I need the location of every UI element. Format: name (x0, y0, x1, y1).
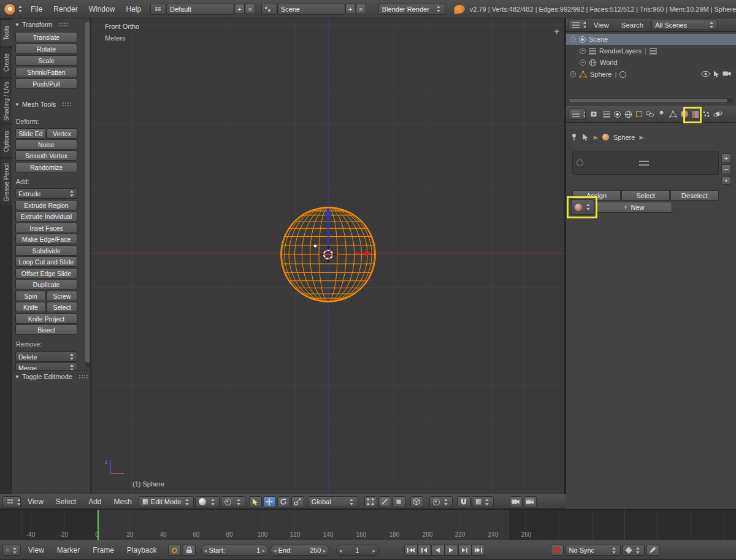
current-frame-field[interactable]: ◂1▸ (336, 545, 379, 556)
scale-button[interactable]: Scale (15, 55, 77, 66)
manipulator-scale-button[interactable] (291, 496, 304, 507)
disclosure-icon[interactable]: + (580, 59, 586, 66)
tab-options[interactable]: Options (1, 125, 12, 157)
scene-browse-button[interactable] (261, 4, 277, 15)
render-engine-select[interactable]: Blender Render (378, 4, 445, 15)
blender-app-icon[interactable] (4, 3, 16, 15)
slide-vertex-button[interactable]: Vertex (47, 128, 77, 139)
tab-physics-icon[interactable] (713, 110, 723, 118)
knife-select-button[interactable]: Select (47, 302, 77, 312)
sync-mode-select[interactable]: No Sync (565, 545, 621, 556)
viewport-3d[interactable]: Front Ortho Meters z (1) Sphere + (91, 18, 564, 494)
material-slot-specials-button[interactable]: ▼ (721, 177, 731, 185)
timeline-menu-playback[interactable]: Playback (121, 546, 163, 554)
extrude-individual-button[interactable]: Extrude Individual (15, 211, 77, 221)
tab-object-data-icon[interactable] (669, 110, 677, 118)
renderability-camera-icon[interactable] (723, 71, 731, 77)
tab-material-icon[interactable] (681, 110, 688, 118)
timeline-menu-marker[interactable]: Marker (52, 546, 85, 554)
menu-file[interactable]: File (25, 5, 48, 13)
deselect-button[interactable]: Deselect (670, 190, 719, 201)
menu-render[interactable]: Render (48, 5, 83, 13)
push-pull-button[interactable]: Push/Pull (15, 79, 77, 89)
timeline-menu-frame[interactable]: Frame (87, 546, 120, 554)
editor-type-outliner-button[interactable] (569, 20, 587, 30)
outliner-hscrollbar-thumb[interactable] (569, 99, 727, 102)
screen-layout-close-button[interactable]: × (245, 4, 255, 14)
inset-faces-button[interactable]: Inset Faces (15, 223, 77, 233)
tab-shading-uvs[interactable]: Shading / UVs (1, 79, 12, 123)
smooth-vertex-button[interactable]: Smooth Vertex (15, 150, 77, 161)
keying-set-select[interactable] (623, 545, 645, 556)
breadcrumb-object-name[interactable]: Sphere (613, 134, 635, 141)
disclosure-icon[interactable]: − (570, 36, 576, 42)
tool-shelf-scrollbar-thumb[interactable] (85, 21, 90, 362)
tab-world-icon[interactable] (624, 110, 632, 118)
timeline-menu-view[interactable]: View (23, 546, 50, 554)
bisect-button[interactable]: Bisect (15, 324, 77, 335)
screen-layout-browse-button[interactable] (150, 4, 166, 15)
randomize-button[interactable]: Randomize (15, 162, 77, 172)
viewport-menu-select[interactable]: Select (50, 497, 82, 506)
menu-window[interactable]: Window (83, 5, 121, 13)
panel-header-mesh-tools[interactable]: ▼Mesh Tools (15, 100, 72, 109)
play-reverse-button[interactable] (431, 545, 445, 556)
panel-header-transform[interactable]: ▼Transform (15, 20, 69, 29)
subdivide-button[interactable]: Subdivide (15, 245, 77, 256)
jump-to-start-button[interactable] (404, 545, 418, 556)
keyframe-lock-button[interactable] (183, 545, 196, 556)
delete-menu[interactable]: Delete (15, 351, 77, 362)
scene-field[interactable]: Scene (277, 4, 345, 15)
disclosure-icon[interactable]: + (570, 71, 576, 77)
tab-grease-pencil[interactable]: Grease Pencil (1, 159, 12, 205)
outliner-row-renderlayers[interactable]: + RenderLayers | (566, 45, 736, 56)
screen-layout-field[interactable]: Default (166, 4, 234, 15)
disclosure-icon[interactable]: + (580, 48, 586, 54)
pivot-point-select[interactable] (221, 496, 245, 507)
outliner-display-filter-select[interactable]: All Scenes (651, 20, 718, 30)
material-slot-remove-button[interactable]: − (721, 164, 731, 174)
noise-button[interactable]: Noise (15, 139, 77, 150)
rotate-button[interactable]: Rotate (15, 44, 77, 54)
insert-keyframe-button[interactable] (646, 545, 659, 556)
edit-pointer-icon[interactable] (581, 133, 589, 141)
material-slot-list[interactable] (572, 152, 719, 175)
viewport-shading-select[interactable] (195, 496, 220, 507)
manipulator-rotate-button[interactable] (277, 496, 290, 507)
editor-type-properties-button[interactable] (569, 109, 586, 120)
material-slot-add-button[interactable]: + (721, 153, 731, 163)
tab-particles-icon[interactable] (702, 110, 710, 118)
outliner-menu-view[interactable]: View (588, 21, 615, 29)
outliner-row-sphere[interactable]: + Sphere | (566, 69, 736, 80)
extrude-region-button[interactable]: Extrude Region (15, 200, 77, 210)
pin-icon[interactable] (571, 133, 577, 141)
end-frame-field[interactable]: ◂End:250▸ (270, 545, 329, 556)
scene-add-button[interactable]: + (345, 4, 356, 14)
tab-texture-icon[interactable] (692, 111, 699, 118)
select-button[interactable]: Select (621, 190, 670, 201)
proportional-edit-select[interactable] (429, 496, 453, 507)
select-mode-face-button[interactable] (393, 496, 405, 507)
tab-scene-icon[interactable] (614, 111, 621, 118)
viewport-menu-add[interactable]: Add (83, 497, 107, 506)
render-opengl-anim-button[interactable] (524, 496, 537, 507)
visibility-eye-icon[interactable] (701, 71, 710, 77)
extrude-menu[interactable]: Extrude (15, 188, 77, 199)
start-frame-field[interactable]: ◂Start:1▸ (201, 545, 269, 556)
jump-next-keyframe-button[interactable] (458, 545, 472, 556)
shrink-fatten-button[interactable]: Shrink/Fatten (15, 67, 77, 77)
duplicate-button[interactable]: Duplicate (15, 279, 77, 290)
tab-object-icon[interactable] (636, 111, 642, 117)
knife-project-button[interactable]: Knife Project (15, 313, 77, 324)
select-mode-vertex-button[interactable] (364, 496, 377, 507)
material-new-button[interactable]: +New (596, 202, 672, 213)
editor-type-timeline-button[interactable] (2, 545, 21, 556)
spin-button[interactable]: Spin (15, 291, 46, 301)
screw-button[interactable]: Screw (47, 291, 77, 301)
outliner-row-world[interactable]: + World (566, 57, 736, 68)
record-button[interactable] (551, 545, 564, 556)
render-opengl-button[interactable] (510, 496, 523, 507)
viewport-menu-mesh[interactable]: Mesh (109, 497, 137, 506)
knife-button[interactable]: Knife (15, 302, 46, 312)
tab-modifiers-wrench-icon[interactable] (657, 110, 665, 118)
